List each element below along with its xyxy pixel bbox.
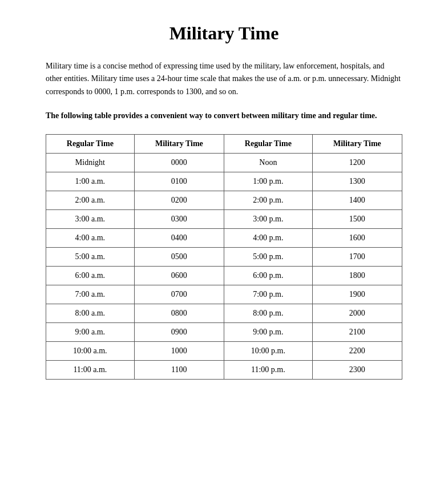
table-cell: 1:00 a.m. [46, 172, 135, 191]
table-row: 9:00 a.m.09009:00 p.m.2100 [46, 322, 402, 341]
table-cell: 10:00 a.m. [46, 341, 135, 360]
page-title: Military Time [46, 23, 402, 44]
table-row: Midnight0000Noon1200 [46, 153, 402, 172]
table-cell: 8:00 a.m. [46, 304, 135, 322]
table-cell: 1900 [312, 285, 402, 304]
subtitle-paragraph: The following table provides a convenien… [46, 110, 402, 122]
col-header-military-time-2: Military Time [312, 134, 402, 153]
table-cell: 11:00 a.m. [46, 360, 135, 379]
table-row: 5:00 a.m.05005:00 p.m.1700 [46, 247, 402, 266]
table-cell: 4:00 p.m. [224, 228, 312, 247]
table-cell: 3:00 a.m. [46, 209, 135, 228]
col-header-military-time-1: Military Time [134, 134, 224, 153]
table-cell: 0300 [134, 209, 224, 228]
table-row: 10:00 a.m.100010:00 p.m.2200 [46, 341, 402, 360]
col-header-regular-time-1: Regular Time [46, 134, 135, 153]
table-cell: 5:00 a.m. [46, 247, 135, 266]
table-row: 4:00 a.m.04004:00 p.m.1600 [46, 228, 402, 247]
table-cell: 2100 [312, 322, 402, 341]
col-header-regular-time-2: Regular Time [224, 134, 312, 153]
table-cell: 2:00 p.m. [224, 191, 312, 209]
table-body: Midnight0000Noon12001:00 a.m.01001:00 p.… [46, 153, 402, 379]
table-cell: 2000 [312, 304, 402, 322]
table-cell: 2300 [312, 360, 402, 379]
table-cell: Midnight [46, 153, 135, 172]
table-cell: 2200 [312, 341, 402, 360]
table-cell: 1800 [312, 266, 402, 285]
table-cell: 1600 [312, 228, 402, 247]
table-cell: 6:00 p.m. [224, 266, 312, 285]
table-cell: 1:00 p.m. [224, 172, 312, 191]
table-cell: 1700 [312, 247, 402, 266]
table-cell: 7:00 p.m. [224, 285, 312, 304]
table-row: 1:00 a.m.01001:00 p.m.1300 [46, 172, 402, 191]
table-cell: 3:00 p.m. [224, 209, 312, 228]
table-cell: 2:00 a.m. [46, 191, 135, 209]
table-cell: 0000 [134, 153, 224, 172]
table-cell: 1300 [312, 172, 402, 191]
table-row: 6:00 a.m.06006:00 p.m.1800 [46, 266, 402, 285]
table-cell: 8:00 p.m. [224, 304, 312, 322]
table-cell: 0800 [134, 304, 224, 322]
table-cell: Noon [224, 153, 312, 172]
table-cell: 6:00 a.m. [46, 266, 135, 285]
table-cell: 5:00 p.m. [224, 247, 312, 266]
table-cell: 0600 [134, 266, 224, 285]
table-row: 8:00 a.m.08008:00 p.m.2000 [46, 304, 402, 322]
table-cell: 9:00 p.m. [224, 322, 312, 341]
table-cell: 0500 [134, 247, 224, 266]
table-row: 7:00 a.m.07007:00 p.m.1900 [46, 285, 402, 304]
table-cell: 0100 [134, 172, 224, 191]
table-cell: 10:00 p.m. [224, 341, 312, 360]
table-cell: 7:00 a.m. [46, 285, 135, 304]
table-cell: 1000 [134, 341, 224, 360]
table-cell: 0700 [134, 285, 224, 304]
table-header-row: Regular Time Military Time Regular Time … [46, 134, 402, 153]
table-cell: 0200 [134, 191, 224, 209]
table-cell: 4:00 a.m. [46, 228, 135, 247]
table-cell: 1200 [312, 153, 402, 172]
table-cell: 1400 [312, 191, 402, 209]
table-cell: 1100 [134, 360, 224, 379]
time-conversion-table: Regular Time Military Time Regular Time … [46, 134, 402, 380]
table-cell: 1500 [312, 209, 402, 228]
table-cell: 11:00 p.m. [224, 360, 312, 379]
table-row: 3:00 a.m.03003:00 p.m.1500 [46, 209, 402, 228]
intro-paragraph: Military time is a concise method of exp… [46, 60, 402, 98]
table-cell: 0400 [134, 228, 224, 247]
table-cell: 0900 [134, 322, 224, 341]
table-cell: 9:00 a.m. [46, 322, 135, 341]
table-row: 11:00 a.m.110011:00 p.m.2300 [46, 360, 402, 379]
table-row: 2:00 a.m.02002:00 p.m.1400 [46, 191, 402, 209]
